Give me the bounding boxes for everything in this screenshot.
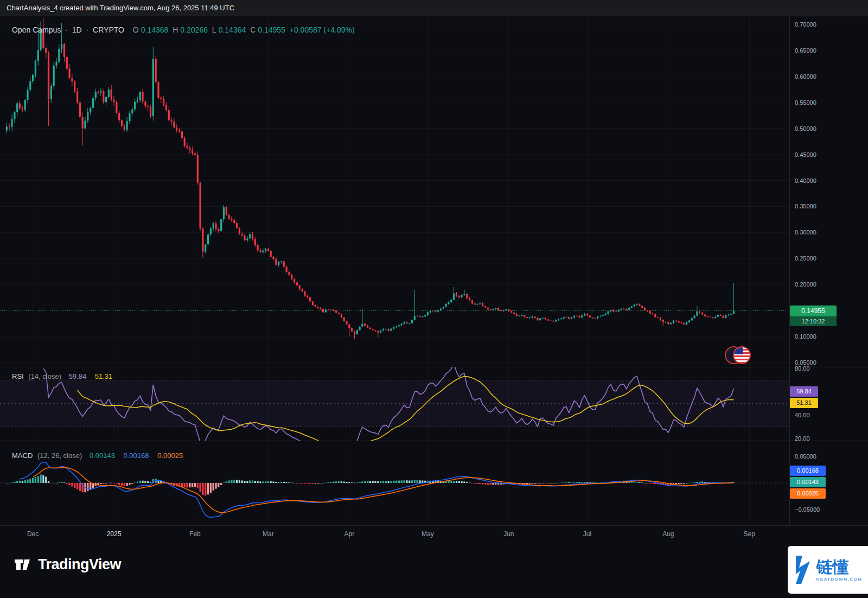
- open-value: 0.14368: [141, 26, 169, 34]
- macd-axis[interactable]: 0.05000−0.05000: [789, 0, 868, 545]
- macd-pane[interactable]: [6, 462, 735, 518]
- market-label: CRYPTO: [93, 26, 124, 34]
- symbol-legend[interactable]: Open Campus · 1D · CRYPTO O0.14368 H0.20…: [12, 26, 357, 34]
- tradingview-logo[interactable]: TradingView: [13, 555, 121, 574]
- chart-title-bar: ChartAnalysis_4 created with TradingView…: [0, 0, 868, 16]
- candlestick-pane[interactable]: [6, 18, 735, 339]
- rsi-ma-value: 51.31: [95, 372, 113, 380]
- macd-hist-value: 0.00143: [90, 451, 115, 460]
- macd-legend[interactable]: MACD (12, 26, close) 0.00143 0.00168 0.0…: [12, 451, 183, 460]
- macd-params: (12, 26, close): [37, 451, 82, 460]
- watermark-site-text: NEATDOWN.COM: [816, 577, 863, 582]
- chart-canvas[interactable]: [0, 0, 868, 598]
- high-value: 0.20266: [180, 26, 208, 34]
- low-value: 0.14364: [219, 26, 246, 34]
- chart-title: ChartAnalysis_4 created with TradingView…: [7, 4, 234, 12]
- time-axis-label-Jul: Jul: [583, 530, 591, 538]
- tradingview-brand-text: TradingView: [38, 556, 121, 573]
- macd-title: MACD: [12, 451, 33, 460]
- time-axis-label-Mar: Mar: [263, 530, 274, 538]
- macd-signal-value: 0.00025: [157, 451, 183, 460]
- time-axis-label-Aug: Aug: [662, 530, 674, 538]
- rsi-ma-badge: 51.31: [790, 398, 818, 408]
- close-label: C: [250, 26, 256, 34]
- legend-separator: ·: [86, 26, 89, 34]
- rsi-title: RSI: [12, 372, 24, 380]
- grid-lines: [0, 16, 789, 525]
- time-axis-label-Jun: Jun: [503, 530, 514, 538]
- last-price-badge: 0.14955 12:10:32: [790, 306, 837, 326]
- legend-separator: ·: [65, 26, 68, 34]
- tradingview-logo-icon: [13, 555, 33, 574]
- time-axis-label-May: May: [422, 530, 434, 538]
- close-value: 0.14955: [258, 26, 285, 34]
- open-label: O: [133, 26, 139, 34]
- last-price-value: 0.14955: [790, 306, 837, 316]
- symbol-name: Open Campus: [12, 26, 61, 34]
- macd-line-value: 0.00168: [124, 451, 149, 460]
- us-flag-sticker: [725, 346, 753, 365]
- time-axis-label-Dec: Dec: [27, 530, 39, 538]
- change-value: +0.00587 (+4.09%): [290, 26, 355, 34]
- interval-label: 1D: [72, 26, 82, 34]
- neatdown-watermark: 链懂 NEATDOWN.COM: [788, 546, 868, 594]
- watermark-cn-text: 链懂: [816, 558, 849, 576]
- time-axis-label-Sep: Sep: [744, 530, 755, 538]
- high-label: H: [173, 26, 178, 34]
- time-axis-label-Apr: Apr: [344, 530, 354, 538]
- macd-line-badge: 0.00168: [790, 466, 826, 476]
- rsi-value-badge: 59.84: [790, 386, 818, 397]
- macd-axis-label: −0.05000: [795, 506, 820, 513]
- macd-axis-label: 0.05000: [795, 453, 816, 460]
- macd-signal-badge: 0.00025: [790, 488, 826, 499]
- time-axis-label-Feb: Feb: [189, 530, 201, 538]
- macd-hist-badge: 0.00143: [790, 477, 826, 487]
- bar-countdown: 12:10:32: [790, 316, 837, 326]
- low-label: L: [212, 26, 216, 34]
- rsi-params: (14, close): [28, 372, 61, 380]
- us-flag-icon: [733, 346, 751, 364]
- pane-separators: [0, 16, 868, 526]
- rsi-legend[interactable]: RSI (14, close) 59.84 51.31: [12, 372, 112, 380]
- rsi-value: 59.84: [69, 372, 87, 380]
- neatdown-logo-icon: [794, 556, 812, 584]
- time-axis-label-2025: 2025: [107, 530, 122, 538]
- time-axis[interactable]: Dec2025FebMarAprMayJunJulAugSep: [0, 530, 868, 542]
